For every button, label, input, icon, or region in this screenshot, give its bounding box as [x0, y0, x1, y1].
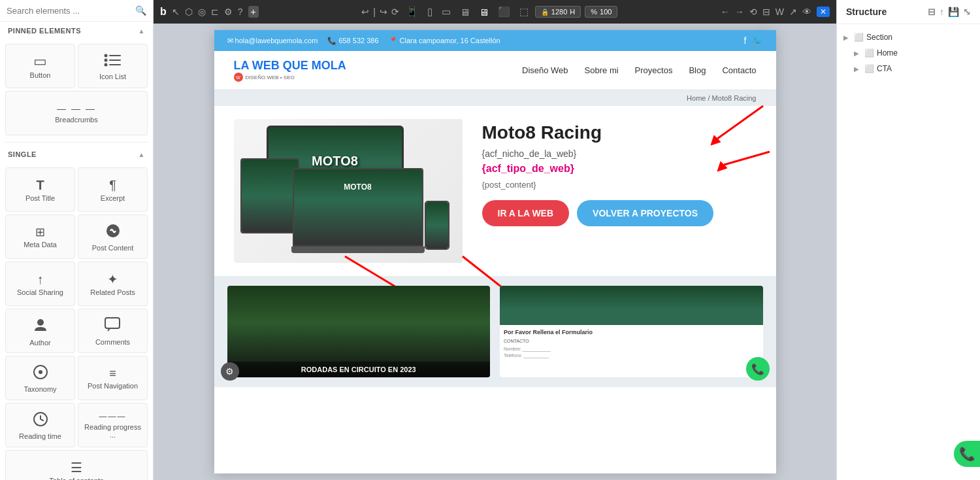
element-table-of-contents-label: Table of contents	[49, 477, 103, 480]
custom-size-btn[interactable]: ⬚	[517, 5, 531, 19]
wordpress-icon[interactable]: W	[776, 7, 784, 17]
moto8-logo-monitor: MOTO8	[312, 154, 358, 169]
element-button[interactable]: ▭ Button	[5, 44, 75, 88]
nav-contacto[interactable]: Contacto	[722, 65, 756, 75]
logo-text: LA WEB QUE MOLA	[234, 59, 346, 73]
element-post-navigation-label: Post Navigation	[88, 382, 138, 390]
shield-icon[interactable]: ⬡	[185, 7, 193, 17]
tree-item-section[interactable]: ▶ ⬜ Section	[837, 29, 980, 45]
laptop-base	[291, 247, 425, 253]
tablet-portrait-btn[interactable]: ▯	[425, 5, 435, 19]
gallery-image-2: Por Favor Rellena el Formulario CONTACTO…	[500, 286, 763, 377]
device-phone	[425, 201, 449, 250]
element-meta-data[interactable]: ⊞ Meta Data	[5, 214, 75, 259]
history2-icon[interactable]: ⟲	[749, 7, 757, 17]
nav-diseno-web[interactable]: Diseño Web	[522, 65, 568, 75]
element-post-title[interactable]: T Post Title	[5, 167, 75, 212]
nav-proyectos[interactable]: Proyectos	[635, 65, 673, 75]
table-of-contents-icon: ☰	[71, 461, 82, 474]
button-element-icon: ▭	[33, 54, 47, 69]
nav-sobre-mi[interactable]: Sobre mi	[585, 65, 619, 75]
structure-save-icon[interactable]: 💾	[948, 7, 959, 17]
single-section-header[interactable]: SINGLE ▲	[0, 145, 153, 163]
tablet-screen	[242, 160, 298, 232]
search-input[interactable]	[7, 6, 135, 16]
back-icon[interactable]: ←	[721, 7, 730, 17]
device-laptop: MOTO8	[293, 168, 423, 247]
social-sharing-icon: ↑	[37, 273, 44, 286]
structure-upload-icon[interactable]: ↑	[939, 7, 944, 17]
element-reading-progress[interactable]: ——— Reading progress ...	[78, 403, 148, 447]
element-reading-time[interactable]: Reading time	[5, 403, 75, 447]
whatsapp-floating-button[interactable]: 📞	[954, 441, 980, 467]
structure-fullscreen-icon[interactable]: ⤡	[963, 7, 971, 17]
external-link-icon[interactable]: ↗	[789, 7, 797, 17]
svg-rect-1	[109, 55, 121, 56]
topbar-email: ✉ hola@lawebquemola.com	[227, 37, 318, 45]
site-topbar-right: f 🐦	[744, 35, 763, 46]
element-author[interactable]: Author	[5, 309, 75, 353]
acf-nicho: {acf_nicho_de_la_web}	[482, 148, 757, 159]
settings-icon[interactable]: ⚙	[224, 7, 233, 17]
save-icon[interactable]: ✕	[817, 7, 830, 17]
layers-icon[interactable]: ⊏	[211, 7, 219, 17]
comments-icon	[105, 317, 122, 335]
mobile-device-btn[interactable]: 📱	[403, 5, 421, 19]
add-icon[interactable]: +	[248, 6, 259, 18]
search-bar[interactable]: 🔍	[0, 0, 153, 22]
facebook-icon[interactable]: f	[744, 35, 747, 46]
element-button-label: Button	[30, 71, 51, 79]
section-block-icon: ⬜	[854, 33, 864, 42]
cursor-tool-icon[interactable]: ↖	[172, 7, 180, 17]
element-table-of-contents[interactable]: ☰ Table of contents	[5, 450, 148, 480]
bricks-logo-icon[interactable]: b	[160, 6, 167, 18]
element-icon-list[interactable]: Icon List	[78, 44, 148, 88]
redo-icon[interactable]: ↪	[380, 7, 387, 17]
structure-icon[interactable]: ⊟	[762, 7, 770, 17]
gallery2-title: Por Favor Rellena el Formulario	[504, 329, 759, 335]
post-title-icon: T	[36, 179, 44, 192]
undo-icon[interactable]: ↩	[361, 7, 369, 17]
element-related-posts[interactable]: ✦ Related Posts	[78, 262, 148, 306]
nav-blog[interactable]: Blog	[689, 65, 706, 75]
volver-proyectos-button[interactable]: VOLVER A PROYECTOS	[577, 200, 713, 226]
pinned-elements-header[interactable]: PINNED ELEMENTS ▲	[0, 22, 153, 40]
wide-desktop-btn[interactable]: ⬛	[495, 5, 513, 19]
element-breadcrumbs[interactable]: — — — Breadcrumbs	[5, 91, 148, 135]
whatsapp-button[interactable]: 📞	[746, 357, 770, 381]
element-post-content[interactable]: Post Content	[78, 214, 148, 259]
svg-point-10	[39, 370, 42, 374]
canvas-area[interactable]: ✉ hola@lawebquemola.com 📞 658 532 386 📍 …	[154, 24, 836, 480]
element-excerpt[interactable]: ¶ Excerpt	[78, 167, 148, 212]
site-topbar-left: ✉ hola@lawebquemola.com 📞 658 532 386 📍 …	[227, 37, 500, 45]
home-chevron-icon: ▶	[854, 50, 862, 57]
section-chevron-icon: ▶	[843, 34, 851, 41]
element-taxonomy[interactable]: Taxonomy	[5, 356, 75, 400]
element-comments[interactable]: Comments	[78, 309, 148, 353]
pinned-section-label: PINNED ELEMENTS	[8, 27, 81, 35]
eye-icon[interactable]: 👁	[802, 7, 811, 17]
desktop-btn[interactable]: 🖥	[476, 5, 491, 19]
tablet-landscape-btn[interactable]: ▭	[439, 5, 453, 19]
forward-icon[interactable]: →	[735, 7, 744, 17]
breadcrumb-text: Home / Moto8 Racing	[687, 94, 756, 102]
structure-copy-icon[interactable]: ⊟	[928, 7, 936, 17]
logo-sub: W DISEÑO WEB • SEO	[234, 73, 346, 82]
main-area: b ↖ ⬡ ◎ ⊏ ⚙ ? + ↩ | ↪ ⟳ 📱 ▯ ▭ 🖥 🖥 ⬛ ⬚ 🔒 …	[154, 0, 836, 480]
element-social-sharing[interactable]: ↑ Social Sharing	[5, 262, 75, 306]
tree-item-cta[interactable]: ▶ ⬜ CTA	[837, 61, 980, 77]
twitter-icon[interactable]: 🐦	[752, 35, 763, 46]
left-panel: 🔍 PINNED ELEMENTS ▲ ▭ Button Icon List	[0, 0, 154, 480]
tree-section-label: Section	[866, 33, 973, 42]
comment-icon[interactable]: ◎	[198, 7, 206, 17]
tree-item-home[interactable]: ▶ ⬜ Home	[837, 45, 980, 61]
gear-overlay-button[interactable]: ⚙	[221, 362, 239, 381]
small-desktop-btn[interactable]: 🖥	[457, 5, 472, 19]
site-hero-content: MOTO8 MOTO8	[214, 106, 776, 276]
ir-la-web-button[interactable]: IR A LA WEB	[482, 200, 570, 226]
element-post-navigation[interactable]: ≡ Post Navigation	[78, 356, 148, 400]
help-icon[interactable]: ?	[238, 7, 243, 17]
element-post-title-label: Post Title	[25, 194, 55, 202]
history-icon[interactable]: ⟳	[391, 7, 399, 17]
site-breadcrumb: Home / Moto8 Racing	[214, 90, 776, 106]
